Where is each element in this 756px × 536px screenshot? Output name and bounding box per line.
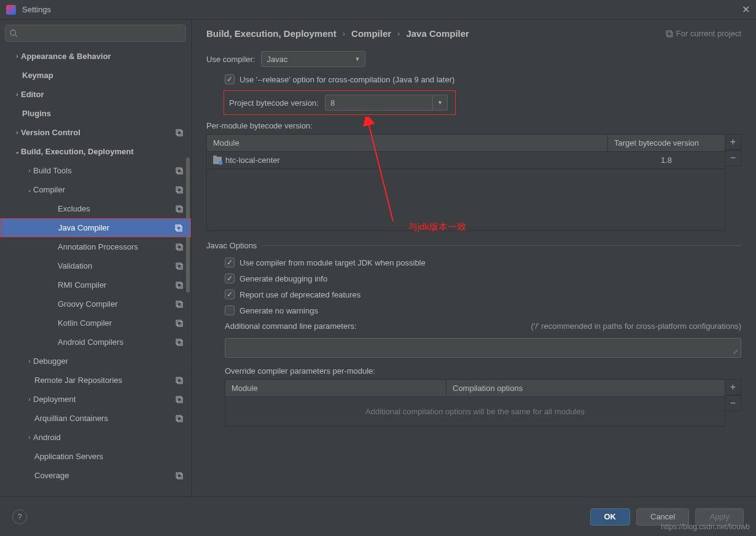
project-badge-icon (174, 224, 183, 232)
sidebar-item[interactable]: ⌄Build, Execution, Deployment (0, 142, 191, 161)
chevron-down-icon[interactable]: ▼ (433, 95, 448, 111)
sidebar-item[interactable]: Arquillian Containers (0, 409, 191, 428)
chevron-icon: ⌄ (26, 186, 33, 193)
sidebar-item[interactable]: Java Compiler (0, 218, 191, 237)
close-icon[interactable]: ✕ (742, 4, 750, 15)
sidebar-item[interactable]: ›Editor (0, 85, 191, 104)
settings-tree: ›Appearance & BehaviorKeymap›EditorPlugi… (0, 47, 191, 497)
use-compiler-label: Use compiler: (206, 55, 255, 64)
svg-rect-7 (177, 188, 182, 193)
sidebar-item[interactable]: RMI Compiler (0, 275, 191, 294)
opt3-checkbox[interactable] (225, 290, 235, 299)
svg-rect-6 (176, 187, 181, 192)
svg-line-1 (15, 35, 18, 37)
remove-override-button[interactable]: − (725, 395, 741, 411)
sidebar-item[interactable]: ›Build Tools (0, 161, 191, 180)
svg-rect-27 (177, 398, 182, 403)
project-badge-icon (175, 243, 184, 251)
table-row[interactable]: htc-local-center 1.8 (207, 152, 725, 169)
addl-params-hint: ('/' recommended in paths for cross-plat… (531, 321, 741, 331)
chevron-icon: › (14, 53, 21, 60)
svg-rect-18 (176, 301, 181, 306)
sidebar-item[interactable]: Groovy Compiler (0, 294, 191, 313)
opt4-checkbox[interactable] (225, 305, 235, 315)
add-module-button[interactable]: + (725, 134, 741, 150)
sidebar-item[interactable]: ›Version Control (0, 123, 191, 142)
use-compiler-dropdown[interactable]: Javac ▼ (261, 51, 365, 67)
add-override-button[interactable]: + (725, 379, 741, 395)
addl-params-input[interactable]: ⤢ (225, 338, 741, 358)
project-badge-icon (175, 414, 184, 423)
svg-rect-32 (666, 31, 671, 36)
svg-rect-3 (177, 131, 182, 136)
sidebar-item[interactable]: Coverage (0, 466, 191, 485)
sidebar-item[interactable]: ›Debugger (0, 352, 191, 371)
svg-rect-12 (176, 244, 181, 249)
project-badge-icon (175, 300, 184, 309)
project-badge-icon (175, 471, 184, 480)
svg-rect-15 (177, 264, 182, 269)
sidebar-item[interactable]: Android Compilers (0, 333, 191, 352)
project-badge-icon (175, 319, 184, 328)
svg-rect-33 (668, 32, 672, 37)
chevron-icon: › (14, 91, 21, 98)
titlebar: Settings ✕ (0, 0, 756, 20)
project-badge-icon (175, 167, 184, 175)
sidebar-item[interactable]: Remote Jar Repositories (0, 371, 191, 390)
sidebar-item[interactable]: Annotation Processors (0, 237, 191, 256)
opt1-checkbox[interactable] (225, 258, 235, 267)
th-module: Module (207, 135, 608, 151)
svg-rect-24 (176, 377, 181, 382)
override-label: Override compiler parameters per-module: (206, 366, 741, 376)
sidebar-item[interactable]: ›Deployment (0, 390, 191, 409)
watermark: https://blog.csdn.net/liouwb (661, 522, 750, 531)
chevron-down-icon: ▼ (355, 56, 360, 62)
svg-rect-10 (176, 225, 181, 230)
help-button[interactable]: ? (12, 510, 27, 524)
project-bytecode-dropdown[interactable]: 8 ▼ (325, 95, 448, 111)
svg-point-0 (10, 30, 16, 36)
search-icon (9, 29, 18, 37)
search-input[interactable] (5, 25, 186, 42)
addl-params-label: Additional command line parameters: (225, 321, 357, 331)
ok-button[interactable]: OK (590, 508, 631, 526)
annotation-text: 与jdk版本一致 (408, 221, 466, 233)
sidebar-item[interactable]: Excludes (0, 199, 191, 218)
sidebar-item[interactable]: ›Appearance & Behavior (0, 47, 191, 66)
svg-rect-4 (176, 168, 181, 173)
per-module-label: Per-module bytecode version: (206, 121, 741, 130)
expand-icon[interactable]: ⤢ (733, 348, 738, 356)
crumb-sep: › (343, 29, 345, 38)
th-target: Target bytecode version (608, 135, 725, 151)
svg-rect-29 (177, 417, 182, 422)
sidebar-item[interactable]: Validation (0, 256, 191, 275)
chevron-icon: › (26, 167, 33, 174)
project-badge-icon (175, 281, 184, 290)
svg-rect-13 (177, 245, 182, 250)
javac-options-header: Javac Options (206, 241, 741, 250)
sidebar-item[interactable]: ⌄Compiler (0, 180, 191, 199)
sidebar-item[interactable]: Application Servers (0, 447, 191, 466)
opt2-checkbox[interactable] (225, 274, 235, 283)
release-option-checkbox[interactable] (225, 74, 235, 84)
svg-rect-21 (177, 321, 182, 326)
svg-rect-22 (176, 339, 181, 344)
chevron-icon: › (26, 358, 33, 365)
project-badge-icon (175, 395, 184, 404)
svg-rect-17 (177, 283, 182, 288)
bytecode-highlight: Project bytecode version: 8 ▼ (224, 90, 456, 115)
svg-rect-28 (176, 416, 181, 420)
project-badge-icon (175, 128, 184, 137)
project-badge-icon (175, 338, 184, 347)
sidebar-item[interactable]: Kotlin Compiler (0, 313, 191, 333)
crumb-0: Build, Execution, Deployment (206, 28, 337, 39)
for-current-project: For current project (665, 29, 741, 38)
sidebar-item[interactable]: Keymap (0, 66, 191, 85)
chevron-icon: › (26, 396, 33, 403)
sidebar-item[interactable]: Plugins (0, 104, 191, 123)
project-badge-icon (175, 262, 184, 270)
svg-rect-8 (176, 206, 181, 211)
th-ov-opts: Compilation options (446, 380, 725, 396)
remove-module-button[interactable]: − (725, 150, 741, 166)
sidebar-item[interactable]: ›Android (0, 428, 191, 447)
